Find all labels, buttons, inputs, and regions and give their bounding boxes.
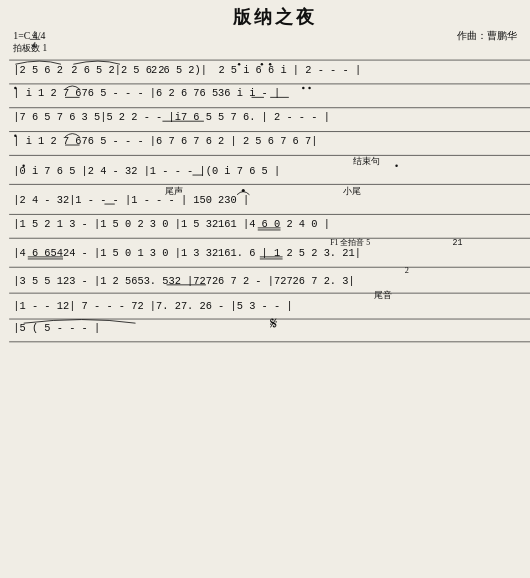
svg-text:1=C  4/4: 1=C 4/4: [13, 30, 45, 41]
sheet-music: 版纳之夜 1=C 4/4 拍板数 1 4 4 作曲：曹鹏华 |2 5 6 2 2…: [0, 0, 530, 578]
svg-text:|2 5 6 2: |2 5 6 2: [13, 64, 63, 76]
svg-text:𝄋: 𝄋: [270, 314, 277, 333]
svg-text:|5    (              5  -  -  : |5 ( 5 - - - |: [13, 322, 100, 334]
svg-point-12: [238, 63, 240, 65]
svg-text:|7 6 5 7 6  3 5|5 2 2  -  -  |: |7 6 5 7 6 3 5|5 2 2 - - |i7 6 5 5 7 6. …: [13, 111, 330, 123]
svg-point-20: [302, 87, 304, 89]
svg-text:|2  4  -  32|1  -  -  -  |1  -: |2 4 - 32|1 - - - |1 - - - | 150 230 |: [13, 194, 249, 206]
svg-text:| i   1 2 7   676 5  -  -  - |: | i 1 2 7 676 5 - - - |6 7 6 7 6 2 | 2 5…: [13, 135, 317, 147]
svg-text:尾声: 尾声: [165, 186, 183, 196]
svg-text:版纳之夜: 版纳之夜: [232, 6, 317, 27]
svg-rect-0: [1, 0, 530, 578]
svg-text:小尾: 小尾: [343, 186, 361, 196]
svg-text:2  5  i 6 6 i  | 2  -  -  -  |: 2 5 i 6 6 i | 2 - - - |: [218, 64, 361, 76]
svg-text:尾音: 尾音: [374, 290, 392, 300]
svg-point-35: [242, 189, 245, 192]
svg-point-14: [269, 63, 271, 65]
svg-text:2: 2: [405, 266, 409, 275]
svg-point-26: [14, 134, 16, 136]
svg-text:21: 21: [452, 238, 462, 247]
svg-text:拍板数  1: 拍板数 1: [12, 43, 47, 53]
svg-text:F1 全拍音 5: F1 全拍音 5: [330, 238, 370, 247]
svg-point-31: [395, 164, 397, 166]
svg-text:|1 5 2 1 3  -  |1 5 0  2 3 0  : |1 5 2 1 3 - |1 5 0 2 3 0 |1 5 32161 |4 …: [13, 218, 330, 230]
svg-text:2 6 5 2|2 5 6 2: 2 6 5 2|2 5 6 2: [71, 64, 164, 76]
svg-text:| i   1 2 7   676 5  -  -  - |: | i 1 2 7 676 5 - - - |6 2 6 76 536 i i …: [13, 87, 280, 99]
svg-text:|1  -  -  12| 7  -  -  - 72 |7: |1 - - 12| 7 - - - 72 |7. 27. 26 - |5 3 …: [13, 300, 292, 312]
svg-text:结束句: 结束句: [353, 156, 380, 166]
svg-point-13: [261, 63, 263, 65]
svg-text:|3 5 5  123  -  |1 2  5653.  5: |3 5 5 123 - |1 2 5653. 532 |72726 7 2 -…: [13, 275, 354, 287]
svg-point-21: [308, 87, 310, 89]
svg-text:|4 6 65424  -  |1 5 0  1 3 0  : |4 6 65424 - |1 5 0 1 3 0 |1 3 32161. 6 …: [13, 247, 361, 259]
svg-text:2 6 5 2)|: 2 6 5 2)|: [151, 64, 207, 76]
svg-text:作曲：曹鹏华: 作曲：曹鹏华: [456, 30, 517, 41]
svg-point-19: [14, 87, 16, 89]
svg-point-30: [22, 164, 24, 166]
svg-text:4: 4: [32, 30, 36, 39]
svg-text:4: 4: [32, 41, 36, 50]
svg-text:|0  i 7 6 5  |2  4  -  32 |1  : |0 i 7 6 5 |2 4 - 32 |1 - - - |(0 i 7 6 …: [13, 165, 280, 177]
